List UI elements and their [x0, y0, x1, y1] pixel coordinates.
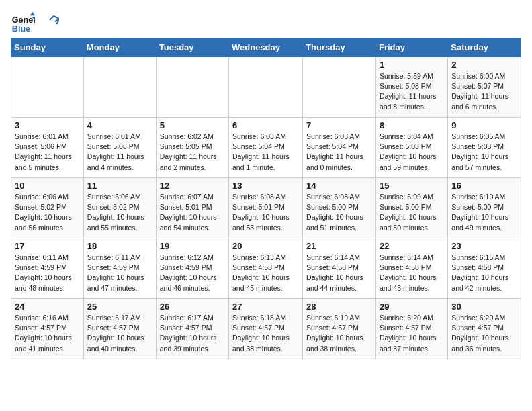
calendar-cell: 8Sunrise: 6:04 AM Sunset: 5:03 PM Daylig…: [375, 118, 447, 178]
col-header-sunday: Sunday: [11, 38, 84, 57]
day-number: 1: [380, 60, 444, 70]
calendar-cell: [83, 57, 156, 118]
calendar-cell: 23Sunrise: 6:15 AM Sunset: 4:58 PM Dayli…: [448, 238, 521, 299]
day-number: 5: [160, 120, 225, 130]
day-info: Sunrise: 6:13 AM Sunset: 4:58 PM Dayligh…: [232, 253, 299, 293]
day-info: Sunrise: 6:14 AM Sunset: 4:58 PM Dayligh…: [380, 253, 444, 293]
col-header-wednesday: Wednesday: [229, 38, 303, 57]
day-number: 19: [160, 241, 225, 251]
calendar-cell: 1Sunrise: 5:59 AM Sunset: 5:08 PM Daylig…: [375, 57, 447, 118]
calendar-cell: 14Sunrise: 6:08 AM Sunset: 5:00 PM Dayli…: [303, 178, 376, 238]
day-info: Sunrise: 5:59 AM Sunset: 5:08 PM Dayligh…: [380, 71, 444, 112]
day-number: 16: [451, 181, 517, 191]
day-number: 22: [380, 241, 444, 251]
day-info: Sunrise: 6:05 AM Sunset: 5:03 PM Dayligh…: [451, 132, 517, 173]
day-info: Sunrise: 6:09 AM Sunset: 5:00 PM Dayligh…: [380, 192, 444, 233]
col-header-monday: Monday: [83, 38, 156, 57]
day-number: 30: [451, 302, 517, 312]
calendar-cell: 16Sunrise: 6:10 AM Sunset: 5:00 PM Dayli…: [448, 178, 521, 238]
col-header-thursday: Thursday: [303, 38, 376, 57]
day-info: Sunrise: 6:11 AM Sunset: 4:59 PM Dayligh…: [87, 253, 152, 293]
day-info: Sunrise: 6:15 AM Sunset: 4:58 PM Dayligh…: [451, 253, 517, 293]
svg-marker-2: [30, 12, 35, 15]
calendar-cell: 9Sunrise: 6:05 AM Sunset: 5:03 PM Daylig…: [448, 118, 521, 178]
calendar-cell: [229, 57, 303, 118]
calendar-cell: 21Sunrise: 6:14 AM Sunset: 4:58 PM Dayli…: [303, 238, 376, 299]
day-number: 18: [87, 241, 152, 251]
day-number: 10: [15, 181, 80, 191]
day-info: Sunrise: 6:06 AM Sunset: 5:02 PM Dayligh…: [15, 192, 80, 233]
calendar-cell: 24Sunrise: 6:16 AM Sunset: 4:57 PM Dayli…: [11, 299, 84, 359]
calendar-cell: 12Sunrise: 6:07 AM Sunset: 5:01 PM Dayli…: [156, 178, 228, 238]
logo: General Blue: [11, 11, 59, 35]
day-number: 23: [451, 241, 517, 251]
calendar-cell: 7Sunrise: 6:03 AM Sunset: 5:04 PM Daylig…: [303, 118, 376, 178]
day-info: Sunrise: 6:03 AM Sunset: 5:04 PM Dayligh…: [232, 132, 299, 173]
calendar-cell: 5Sunrise: 6:02 AM Sunset: 5:05 PM Daylig…: [156, 118, 228, 178]
day-number: 27: [232, 302, 299, 312]
day-info: Sunrise: 6:19 AM Sunset: 4:57 PM Dayligh…: [306, 313, 372, 354]
calendar-cell: 4Sunrise: 6:01 AM Sunset: 5:06 PM Daylig…: [83, 118, 156, 178]
calendar-cell: 3Sunrise: 6:01 AM Sunset: 5:06 PM Daylig…: [11, 118, 84, 178]
day-info: Sunrise: 6:02 AM Sunset: 5:05 PM Dayligh…: [160, 132, 225, 173]
calendar-cell: [156, 57, 228, 118]
day-number: 29: [380, 302, 444, 312]
calendar-cell: 10Sunrise: 6:06 AM Sunset: 5:02 PM Dayli…: [11, 178, 84, 238]
day-number: 21: [306, 241, 372, 251]
day-number: 11: [87, 181, 152, 191]
calendar-cell: 19Sunrise: 6:12 AM Sunset: 4:59 PM Dayli…: [156, 238, 228, 299]
col-header-saturday: Saturday: [448, 38, 521, 57]
day-info: Sunrise: 6:07 AM Sunset: 5:01 PM Dayligh…: [160, 192, 225, 233]
day-info: Sunrise: 6:11 AM Sunset: 4:59 PM Dayligh…: [15, 253, 80, 293]
day-number: 9: [451, 120, 517, 130]
calendar-cell: 6Sunrise: 6:03 AM Sunset: 5:04 PM Daylig…: [229, 118, 303, 178]
day-info: Sunrise: 6:01 AM Sunset: 5:06 PM Dayligh…: [15, 132, 80, 173]
header: General Blue: [11, 11, 521, 35]
day-info: Sunrise: 6:20 AM Sunset: 4:57 PM Dayligh…: [380, 313, 444, 354]
svg-text:Blue: Blue: [12, 24, 30, 34]
day-number: 4: [87, 120, 152, 130]
day-info: Sunrise: 6:08 AM Sunset: 5:01 PM Dayligh…: [232, 192, 299, 233]
calendar-cell: 13Sunrise: 6:08 AM Sunset: 5:01 PM Dayli…: [229, 178, 303, 238]
calendar-cell: 25Sunrise: 6:17 AM Sunset: 4:57 PM Dayli…: [83, 299, 156, 359]
calendar-cell: 20Sunrise: 6:13 AM Sunset: 4:58 PM Dayli…: [229, 238, 303, 299]
day-number: 13: [232, 181, 299, 191]
day-info: Sunrise: 6:06 AM Sunset: 5:02 PM Dayligh…: [87, 192, 152, 233]
day-number: 6: [232, 120, 299, 130]
calendar-cell: 22Sunrise: 6:14 AM Sunset: 4:58 PM Dayli…: [375, 238, 447, 299]
col-header-tuesday: Tuesday: [156, 38, 228, 57]
calendar-cell: 29Sunrise: 6:20 AM Sunset: 4:57 PM Dayli…: [375, 299, 447, 359]
day-number: 20: [232, 241, 299, 251]
calendar-table: SundayMondayTuesdayWednesdayThursdayFrid…: [11, 38, 521, 359]
day-info: Sunrise: 6:00 AM Sunset: 5:07 PM Dayligh…: [451, 71, 517, 112]
day-info: Sunrise: 6:18 AM Sunset: 4:57 PM Dayligh…: [232, 313, 299, 354]
calendar-cell: [303, 57, 376, 118]
calendar-cell: 26Sunrise: 6:17 AM Sunset: 4:57 PM Dayli…: [156, 299, 228, 359]
calendar-cell: 15Sunrise: 6:09 AM Sunset: 5:00 PM Dayli…: [375, 178, 447, 238]
day-number: 25: [87, 302, 152, 312]
day-number: 8: [380, 120, 444, 130]
day-info: Sunrise: 6:08 AM Sunset: 5:00 PM Dayligh…: [306, 192, 372, 233]
day-number: 26: [160, 302, 225, 312]
day-number: 15: [380, 181, 444, 191]
day-number: 12: [160, 181, 225, 191]
calendar-cell: 17Sunrise: 6:11 AM Sunset: 4:59 PM Dayli…: [11, 238, 84, 299]
calendar-cell: 30Sunrise: 6:20 AM Sunset: 4:57 PM Dayli…: [448, 299, 521, 359]
day-number: 17: [15, 241, 80, 251]
calendar-cell: 18Sunrise: 6:11 AM Sunset: 4:59 PM Dayli…: [83, 238, 156, 299]
day-number: 24: [15, 302, 80, 312]
day-info: Sunrise: 6:16 AM Sunset: 4:57 PM Dayligh…: [15, 313, 80, 354]
day-info: Sunrise: 6:03 AM Sunset: 5:04 PM Dayligh…: [306, 132, 372, 173]
calendar-cell: 27Sunrise: 6:18 AM Sunset: 4:57 PM Dayli…: [229, 299, 303, 359]
day-info: Sunrise: 6:20 AM Sunset: 4:57 PM Dayligh…: [451, 313, 517, 354]
day-info: Sunrise: 6:04 AM Sunset: 5:03 PM Dayligh…: [380, 132, 444, 173]
logo-icon: General Blue: [11, 11, 35, 35]
day-info: Sunrise: 6:12 AM Sunset: 4:59 PM Dayligh…: [160, 253, 225, 293]
day-number: 14: [306, 181, 372, 191]
day-info: Sunrise: 6:10 AM Sunset: 5:00 PM Dayligh…: [451, 192, 517, 233]
calendar-cell: 28Sunrise: 6:19 AM Sunset: 4:57 PM Dayli…: [303, 299, 376, 359]
calendar-cell: 11Sunrise: 6:06 AM Sunset: 5:02 PM Dayli…: [83, 178, 156, 238]
day-number: 7: [306, 120, 372, 130]
day-info: Sunrise: 6:14 AM Sunset: 4:58 PM Dayligh…: [306, 253, 372, 293]
day-number: 2: [451, 60, 517, 70]
